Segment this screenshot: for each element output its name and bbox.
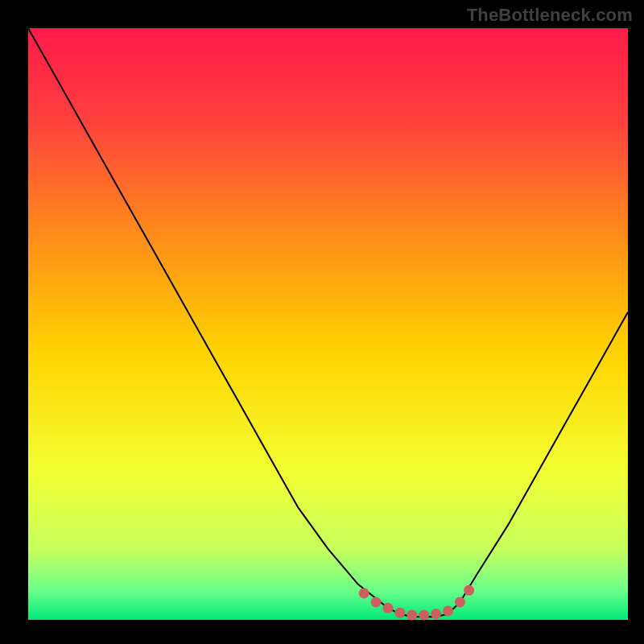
valley-marker xyxy=(371,597,382,608)
valley-marker xyxy=(383,603,394,613)
valley-marker xyxy=(359,588,369,598)
chart-container: TheBottleneck.com xyxy=(0,0,644,644)
watermark-text: TheBottleneck.com xyxy=(467,5,633,26)
valley-marker xyxy=(464,585,474,596)
valley-marker xyxy=(407,610,417,621)
valley-marker xyxy=(419,610,429,621)
bottleneck-chart xyxy=(0,0,644,644)
valley-marker xyxy=(455,597,465,608)
plot-background xyxy=(28,28,628,620)
valley-marker xyxy=(443,606,453,617)
valley-marker xyxy=(394,608,405,618)
valley-marker xyxy=(431,609,441,619)
